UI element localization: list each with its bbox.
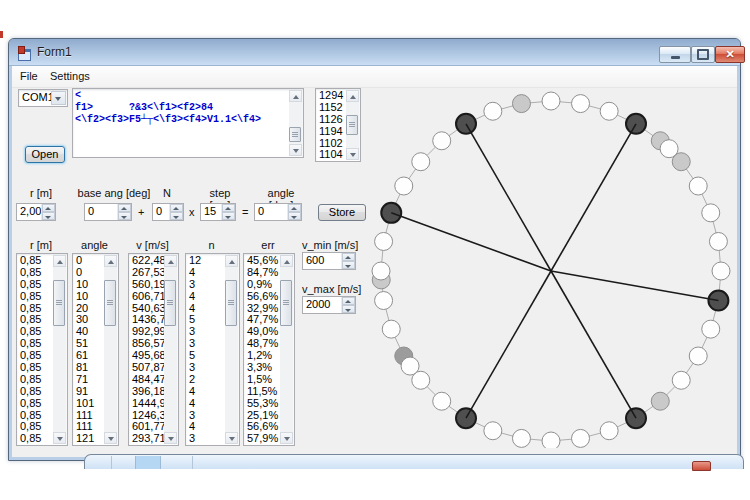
list-item[interactable]: 55,3% (244, 398, 280, 410)
pulse-count-list[interactable]: 129411521126119411021104 (315, 88, 361, 162)
list-item[interactable]: 1104 (316, 149, 346, 160)
list-item[interactable]: 0 (73, 267, 104, 279)
scrollbar-thumb[interactable] (53, 280, 65, 326)
angle-list-scrollbar[interactable] (104, 255, 117, 444)
spin-up-icon[interactable] (118, 204, 131, 212)
scroll-up-icon[interactable] (53, 255, 66, 267)
scrollbar-thumb[interactable] (346, 115, 358, 135)
n-value[interactable]: 0 (153, 204, 169, 220)
serial-log-scrollbar[interactable] (289, 90, 302, 156)
list-item[interactable]: 1152 (316, 102, 346, 114)
r-list-scrollbar[interactable] (53, 255, 66, 444)
scroll-up-icon[interactable] (104, 255, 117, 267)
spin-down-icon[interactable] (342, 261, 355, 269)
scroll-up-icon[interactable] (289, 90, 302, 102)
scrollbar-thumb[interactable] (104, 280, 116, 326)
open-button[interactable]: Open (25, 146, 65, 163)
scroll-down-icon[interactable] (289, 144, 302, 156)
pulse-count-scrollbar[interactable] (346, 90, 359, 160)
list-item[interactable]: 1194 (316, 126, 346, 138)
scrollbar-thumb[interactable] (225, 280, 237, 326)
v-list-scrollbar[interactable] (164, 255, 177, 444)
vmax-value[interactable]: 2000 (303, 297, 341, 313)
list-item[interactable]: 2 (186, 374, 225, 386)
r-list[interactable]: 0,850,850,850,850,850,850,850,850,850,85… (16, 253, 68, 446)
list-item[interactable]: 3 (186, 279, 225, 291)
window-titlebar[interactable]: Form1 ✕ (9, 39, 740, 66)
scrollbar-thumb[interactable] (164, 280, 176, 326)
list-item[interactable]: 11,5% (244, 386, 280, 398)
scroll-down-icon[interactable] (104, 432, 117, 444)
list-item[interactable]: 0,85 (17, 386, 53, 398)
spin-down-icon[interactable] (42, 212, 55, 220)
list-item[interactable]: 396,18 (129, 386, 164, 398)
scrollbar-thumb[interactable] (289, 127, 301, 142)
list-item[interactable]: 101 (73, 398, 104, 410)
list-item[interactable]: 1,5% (244, 374, 280, 386)
list-item[interactable]: 560,19 (129, 279, 164, 291)
vmin-value[interactable]: 600 (303, 253, 341, 269)
list-item[interactable]: 267,53 (129, 267, 164, 279)
err-list-scrollbar[interactable] (280, 255, 293, 444)
scroll-up-icon[interactable] (346, 90, 359, 102)
spin-up-icon[interactable] (222, 204, 235, 212)
scroll-up-icon[interactable] (280, 255, 293, 267)
menu-item-settings[interactable]: Settings (50, 70, 90, 82)
angle-list[interactable]: 0010102030405161817191101111111121 (72, 253, 119, 446)
scroll-down-icon[interactable] (53, 432, 66, 444)
scroll-down-icon[interactable] (280, 432, 293, 444)
v-list[interactable]: 622,48267,53560,19606,71540,631436,7992,… (128, 253, 179, 446)
list-item[interactable]: 0,85 (17, 267, 53, 279)
scroll-up-icon[interactable] (225, 255, 238, 267)
angle-value[interactable]: 0 (255, 204, 287, 220)
com-port-select[interactable]: COM1 (18, 89, 68, 107)
list-item[interactable]: 606,71 (129, 291, 164, 303)
err-list[interactable]: 45,6%84,7%0,9%56,6%32,9%47,7%49,0%48,7%1… (243, 253, 295, 446)
step-input[interactable]: 15 (200, 203, 236, 221)
list-item[interactable]: 0,85 (17, 398, 53, 410)
list-item[interactable]: 0,9% (244, 279, 280, 291)
list-item[interactable]: 4 (186, 386, 225, 398)
scrollbar-thumb[interactable] (280, 280, 292, 326)
spin-down-icon[interactable] (342, 305, 355, 313)
list-item[interactable]: 0,85 (17, 279, 53, 291)
list-item[interactable]: 0,85 (17, 433, 53, 444)
list-item[interactable]: 57,9% (244, 433, 280, 444)
scroll-down-icon[interactable] (225, 432, 238, 444)
list-item[interactable]: 71 (73, 374, 104, 386)
list-item[interactable]: 293,71 (129, 433, 164, 444)
close-button[interactable]: ✕ (715, 46, 745, 63)
scroll-down-icon[interactable] (164, 432, 177, 444)
spin-up-icon[interactable] (342, 253, 355, 261)
list-item[interactable]: 10 (73, 291, 104, 303)
scroll-down-icon[interactable] (346, 148, 359, 160)
combo-dropdown-icon[interactable] (51, 91, 66, 105)
list-item[interactable]: 56,6% (244, 291, 280, 303)
base-angle-input[interactable]: 0 (84, 203, 132, 221)
store-button[interactable]: Store (318, 204, 366, 221)
angle-input[interactable]: 0 (254, 203, 302, 221)
n-input[interactable]: 0 (152, 203, 184, 221)
list-item[interactable]: 3 (186, 433, 225, 444)
spin-down-icon[interactable] (170, 212, 183, 220)
list-item[interactable]: 91 (73, 386, 104, 398)
list-item[interactable]: 0,85 (17, 291, 53, 303)
spin-up-icon[interactable] (170, 204, 183, 212)
n-list-scrollbar[interactable] (225, 255, 238, 444)
list-item[interactable]: 0,85 (17, 374, 53, 386)
serial-log[interactable]: < f1> ?&3<\f1><f2>84 <\f2><f3>F5┴┬<\f3><… (72, 88, 304, 158)
r-input[interactable]: 2,00 (16, 203, 56, 221)
spin-up-icon[interactable] (42, 204, 55, 212)
spin-down-icon[interactable] (222, 212, 235, 220)
list-item[interactable]: 4 (186, 267, 225, 279)
maximize-button[interactable] (691, 46, 715, 63)
minimize-button[interactable] (659, 46, 691, 63)
spin-up-icon[interactable] (288, 204, 301, 212)
scroll-up-icon[interactable] (164, 255, 177, 267)
list-item[interactable]: 1444,9 (129, 398, 164, 410)
step-value[interactable]: 15 (201, 204, 221, 220)
list-item[interactable]: 1126 (316, 114, 346, 126)
vmin-input[interactable]: 600 (302, 252, 356, 270)
list-item[interactable]: 84,7% (244, 267, 280, 279)
menu-item-file[interactable]: File (20, 70, 38, 82)
